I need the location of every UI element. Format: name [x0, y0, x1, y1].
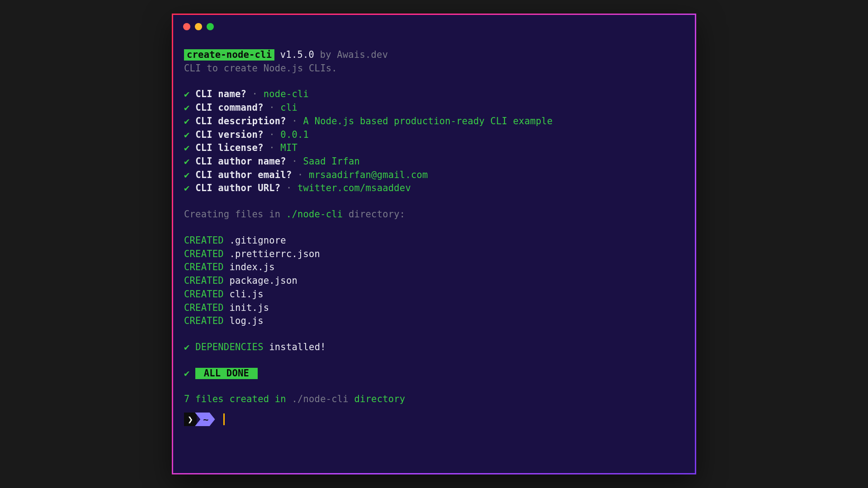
maximize-icon[interactable] [207, 23, 214, 30]
prompt-row-6: ✔ CLI author email? · mrsaadirfan@gmail.… [184, 169, 684, 182]
cursor-icon [223, 413, 225, 425]
all-done-badge: ALL DONE [195, 368, 257, 379]
prompt-row-0: ✔ CLI name? · node-cli [184, 88, 684, 101]
separator: · [292, 169, 309, 180]
tagline: CLI to create Node.js CLIs. [184, 62, 684, 75]
summary-path: ./node-cli [292, 394, 348, 404]
created-label: CREATED [184, 235, 224, 246]
prompt-answer: MIT [280, 142, 297, 153]
creating-path: ./node-cli [286, 209, 343, 220]
separator: · [264, 142, 281, 153]
created-label: CREATED [184, 262, 224, 272]
summary-mid1: files created in [190, 394, 292, 404]
deps-line: ✔ DEPENDENCIES installed! [184, 341, 684, 354]
summary-suffix: directory [349, 394, 405, 404]
created-label: CREATED [184, 302, 224, 313]
prompt-question: CLI name? [195, 89, 246, 99]
creating-line: Creating files in ./node-cli directory: [184, 208, 684, 221]
prompt-question: CLI author name? [195, 156, 286, 167]
separator: · [286, 116, 303, 127]
created-label: CREATED [184, 289, 224, 300]
version: 1.5.0 [286, 49, 314, 60]
prompt-question: CLI description? [195, 116, 286, 127]
created-row-3: CREATED package.json [184, 274, 684, 288]
created-label: CREATED [184, 275, 224, 286]
terminal-body: create-node-cli v1.5.0 by Awais.dev CLI … [173, 30, 695, 435]
prompt-question: CLI author email? [195, 169, 292, 180]
created-label: CREATED [184, 249, 224, 259]
separator: · [246, 89, 264, 99]
terminal-window: create-node-cli v1.5.0 by Awais.dev CLI … [172, 14, 696, 474]
created-row-0: CREATED .gitignore [184, 234, 684, 248]
separator: · [280, 183, 297, 193]
check-icon: ✔ [184, 156, 190, 167]
created-row-1: CREATED .prettierrc.json [184, 248, 684, 261]
prompt-question: CLI author URL? [195, 183, 280, 193]
prompt-path: ~ [195, 413, 215, 426]
created-file: init.js [229, 302, 269, 313]
prompt-row-5: ✔ CLI author name? · Saad Irfan [184, 155, 684, 169]
prompt-question: CLI license? [195, 142, 264, 153]
prompt-question: CLI command? [195, 102, 264, 113]
summary-line: 7 files created in ./node-cli directory [184, 393, 684, 406]
created-row-5: CREATED init.js [184, 301, 684, 315]
created-file: index.js [229, 262, 274, 272]
prompt-row-2: ✔ CLI description? · A Node.js based pro… [184, 115, 684, 128]
created-file: package.json [229, 275, 297, 286]
shell-prompt[interactable]: ❯ ~ [184, 413, 684, 426]
prompt-answer: 0.0.1 [280, 129, 309, 140]
minimize-icon[interactable] [195, 23, 202, 30]
separator: · [264, 129, 281, 140]
all-done-line: ✔ ALL DONE [184, 367, 684, 380]
check-icon: ✔ [184, 142, 190, 153]
window-controls [173, 23, 695, 30]
by-text: by Awais.dev [314, 49, 388, 60]
prompt-row-7: ✔ CLI author URL? · twitter.com/msaaddev [184, 182, 684, 195]
version-prefix: v [274, 49, 286, 60]
prompt-answer: A Node.js based production-ready CLI exa… [303, 116, 553, 127]
created-row-2: CREATED index.js [184, 261, 684, 274]
check-icon: ✔ [184, 102, 190, 113]
created-file: cli.js [229, 289, 263, 300]
check-icon: ✔ [184, 368, 190, 379]
prompt-answer: twitter.com/msaaddev [297, 183, 411, 193]
check-icon: ✔ [184, 129, 190, 140]
deps-label: DEPENDENCIES [195, 342, 264, 352]
created-row-4: CREATED cli.js [184, 288, 684, 301]
check-icon: ✔ [184, 342, 190, 352]
created-row-6: CREATED log.js [184, 314, 684, 328]
check-icon: ✔ [184, 89, 190, 99]
deps-status: installed! [264, 342, 326, 352]
creating-suffix: directory: [343, 209, 405, 220]
prompt-answer: Saad Irfan [303, 156, 360, 167]
created-file: .prettierrc.json [229, 249, 320, 259]
prompt-row-3: ✔ CLI version? · 0.0.1 [184, 128, 684, 142]
created-file: log.js [229, 315, 263, 326]
header-line: create-node-cli v1.5.0 by Awais.dev [184, 48, 684, 62]
prompt-answer: cli [280, 102, 297, 113]
created-file: .gitignore [229, 235, 286, 246]
creating-prefix: Creating files in [184, 209, 286, 220]
check-icon: ✔ [184, 169, 190, 180]
prompt-question: CLI version? [195, 129, 264, 140]
prompt-answer: node-cli [264, 89, 309, 99]
created-label: CREATED [184, 315, 224, 326]
separator: · [264, 102, 281, 113]
prompt-arrow-icon: ❯ [184, 413, 197, 426]
prompt-answer: mrsaadirfan@gmail.com [309, 169, 428, 180]
package-badge: create-node-cli [184, 49, 274, 61]
prompt-row-4: ✔ CLI license? · MIT [184, 141, 684, 155]
close-icon[interactable] [183, 23, 190, 30]
prompt-row-1: ✔ CLI command? · cli [184, 101, 684, 115]
separator: · [286, 156, 303, 167]
check-icon: ✔ [184, 183, 190, 193]
summary-count: 7 [184, 394, 190, 404]
check-icon: ✔ [184, 116, 190, 127]
